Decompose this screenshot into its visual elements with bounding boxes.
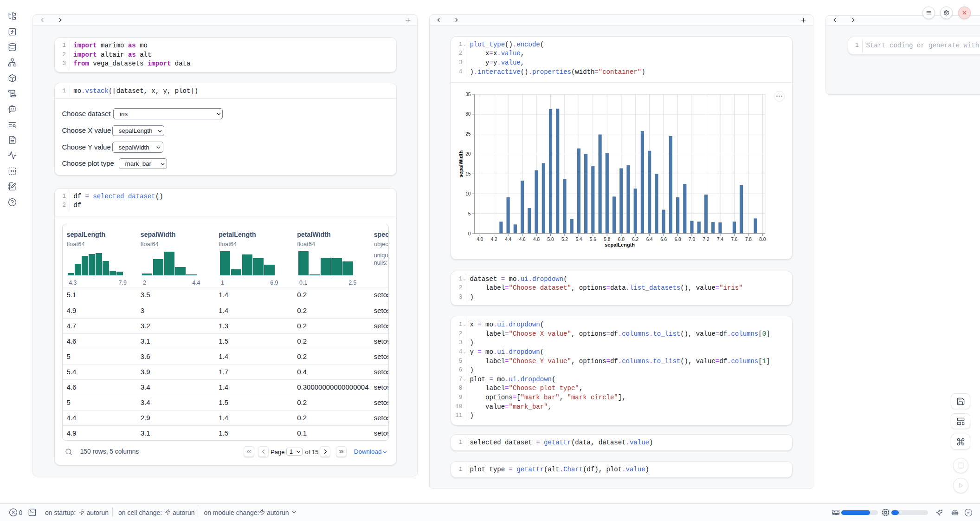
svg-text:5.4: 5.4 [575,236,582,241]
svg-text:5.8: 5.8 [604,236,610,241]
svg-text:sepalLength: sepalLength [605,241,635,247]
svg-text:7.8: 7.8 [745,236,752,241]
svg-text:7.2: 7.2 [703,236,709,241]
svg-text:6.8: 6.8 [674,236,681,241]
svg-text:4.0: 4.0 [477,236,483,241]
svg-text:7.6: 7.6 [731,236,737,241]
svg-text:6.4: 6.4 [646,236,652,241]
svg-text:6.2: 6.2 [632,236,638,241]
svg-text:15: 15 [465,171,471,176]
svg-text:4.4: 4.4 [505,236,511,241]
svg-text:20: 20 [465,151,471,156]
svg-text:30: 30 [465,111,471,117]
svg-text:10: 10 [465,191,471,196]
svg-text:7.0: 7.0 [689,236,695,241]
svg-text:0: 0 [468,231,471,236]
svg-text:5.6: 5.6 [590,236,596,241]
svg-text:6.0: 6.0 [618,236,625,241]
svg-text:4.2: 4.2 [490,236,497,241]
svg-text:6.6: 6.6 [660,236,667,241]
svg-text:5.0: 5.0 [547,236,554,241]
svg-text:4.6: 4.6 [519,236,525,241]
svg-text:35: 35 [465,91,471,97]
svg-text:7.4: 7.4 [717,236,723,241]
svg-text:sepalWidth: sepalWidth [458,150,463,177]
svg-text:5.2: 5.2 [561,236,568,241]
svg-text:8.0: 8.0 [759,236,766,241]
svg-text:4.8: 4.8 [533,236,540,241]
svg-text:5: 5 [468,211,471,216]
svg-text:25: 25 [465,131,471,137]
